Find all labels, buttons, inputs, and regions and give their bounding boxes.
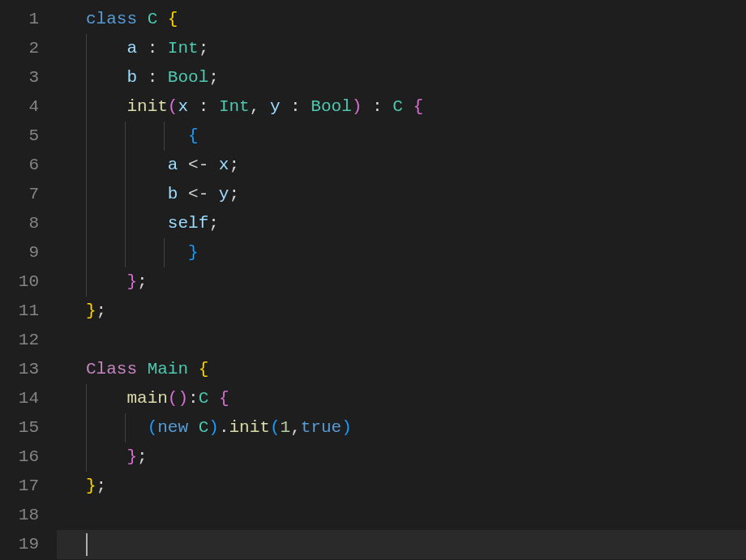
code-token: 1 bbox=[281, 418, 291, 437]
code-line[interactable]: (new C).init(1,true) bbox=[57, 413, 746, 442]
code-token bbox=[137, 360, 148, 378]
code-token: ; bbox=[137, 272, 148, 291]
code-line[interactable]: }; bbox=[57, 297, 746, 326]
indent-guide bbox=[86, 413, 87, 442]
code-token: . bbox=[219, 418, 229, 437]
indent-guide bbox=[86, 442, 87, 472]
indent-guide bbox=[125, 209, 126, 238]
code-line[interactable] bbox=[57, 530, 746, 559]
code-token: : bbox=[362, 97, 392, 116]
code-token: y bbox=[219, 185, 229, 203]
code-token: ; bbox=[208, 68, 219, 87]
code-token: init bbox=[126, 97, 167, 116]
code-line[interactable]: { bbox=[57, 122, 746, 151]
code-token: Int bbox=[219, 97, 250, 116]
code-token: () bbox=[168, 389, 188, 408]
code-line[interactable]: Class Main { bbox=[57, 355, 746, 384]
code-token bbox=[86, 39, 126, 58]
code-token: y bbox=[270, 97, 281, 116]
code-line[interactable] bbox=[57, 326, 746, 355]
indent-guide bbox=[86, 180, 87, 209]
indent-guide bbox=[86, 151, 87, 180]
code-token: { bbox=[199, 360, 209, 378]
code-token: : bbox=[188, 389, 199, 408]
code-token: Int bbox=[168, 39, 199, 58]
line-number: 19 bbox=[0, 530, 39, 559]
code-token: } bbox=[188, 243, 199, 262]
code-token bbox=[86, 447, 126, 466]
line-number: 6 bbox=[0, 151, 39, 180]
code-line[interactable]: } bbox=[57, 238, 746, 267]
indent-guide bbox=[125, 122, 126, 151]
code-line[interactable]: }; bbox=[57, 472, 746, 501]
code-token: b bbox=[126, 68, 137, 87]
code-token: } bbox=[86, 301, 96, 320]
code-line[interactable]: b <- y; bbox=[57, 180, 746, 209]
code-token: self bbox=[168, 214, 208, 233]
code-token bbox=[86, 243, 188, 262]
code-line[interactable]: a <- x; bbox=[57, 151, 746, 180]
code-token bbox=[86, 389, 126, 408]
code-token: ; bbox=[208, 214, 219, 233]
code-token bbox=[157, 10, 168, 28]
code-token: C bbox=[148, 10, 158, 28]
code-token: true bbox=[301, 418, 341, 437]
code-line[interactable]: }; bbox=[57, 267, 746, 297]
indent-guide bbox=[86, 209, 87, 238]
code-token: Class bbox=[86, 360, 137, 378]
code-token: Bool bbox=[168, 68, 208, 87]
line-number: 9 bbox=[0, 238, 39, 267]
indent-guide bbox=[86, 63, 87, 92]
code-token: ) bbox=[352, 97, 362, 116]
indent-guide bbox=[125, 413, 126, 442]
code-token: init bbox=[229, 418, 269, 437]
code-token: , bbox=[250, 97, 270, 116]
code-token bbox=[86, 185, 168, 203]
code-token: : bbox=[281, 97, 311, 116]
code-editor[interactable]: 12345678910111213141516171819 class C { … bbox=[0, 0, 746, 560]
line-number: 18 bbox=[0, 501, 39, 530]
line-number: 16 bbox=[0, 442, 39, 472]
code-token: : bbox=[137, 39, 168, 58]
line-number: 2 bbox=[0, 34, 39, 63]
code-line[interactable]: a : Int; bbox=[57, 34, 746, 63]
indent-guide bbox=[86, 122, 87, 151]
indent-guide bbox=[86, 34, 87, 63]
code-line[interactable]: init(x : Int, y : Bool) : C { bbox=[57, 92, 746, 122]
code-token: Bool bbox=[311, 97, 351, 116]
code-token: x bbox=[178, 97, 188, 116]
code-line[interactable] bbox=[57, 501, 746, 530]
code-line[interactable]: main():C { bbox=[57, 384, 746, 413]
code-token: ( bbox=[148, 418, 158, 437]
code-token: ; bbox=[229, 156, 239, 174]
indent-guide bbox=[125, 151, 126, 180]
line-number: 3 bbox=[0, 63, 39, 92]
code-token: : bbox=[137, 68, 168, 87]
code-token: ; bbox=[229, 185, 239, 203]
line-number: 8 bbox=[0, 209, 39, 238]
indent-guide bbox=[164, 122, 165, 151]
code-line[interactable]: }; bbox=[57, 442, 746, 472]
code-token: ( bbox=[168, 97, 178, 116]
line-number: 17 bbox=[0, 472, 39, 501]
code-token: x bbox=[219, 156, 229, 174]
code-token: , bbox=[290, 418, 301, 437]
code-token: { bbox=[168, 10, 178, 28]
line-number: 15 bbox=[0, 413, 39, 442]
line-number: 11 bbox=[0, 297, 39, 326]
code-line[interactable]: b : Bool; bbox=[57, 63, 746, 92]
code-token: a bbox=[168, 156, 178, 174]
code-token: new bbox=[157, 418, 188, 437]
code-line[interactable]: class C { bbox=[57, 5, 746, 34]
code-token: <- bbox=[178, 185, 218, 203]
code-token: b bbox=[168, 185, 178, 203]
code-token: C bbox=[199, 418, 209, 437]
code-area[interactable]: class C { a : Int; b : Bool; init(x : In… bbox=[57, 5, 746, 560]
code-token: { bbox=[219, 389, 229, 408]
code-token bbox=[403, 97, 414, 116]
code-token: ) bbox=[341, 418, 352, 437]
code-line[interactable]: self; bbox=[57, 209, 746, 238]
code-token: <- bbox=[178, 156, 218, 174]
code-token bbox=[86, 272, 126, 291]
indent-guide bbox=[125, 238, 126, 267]
